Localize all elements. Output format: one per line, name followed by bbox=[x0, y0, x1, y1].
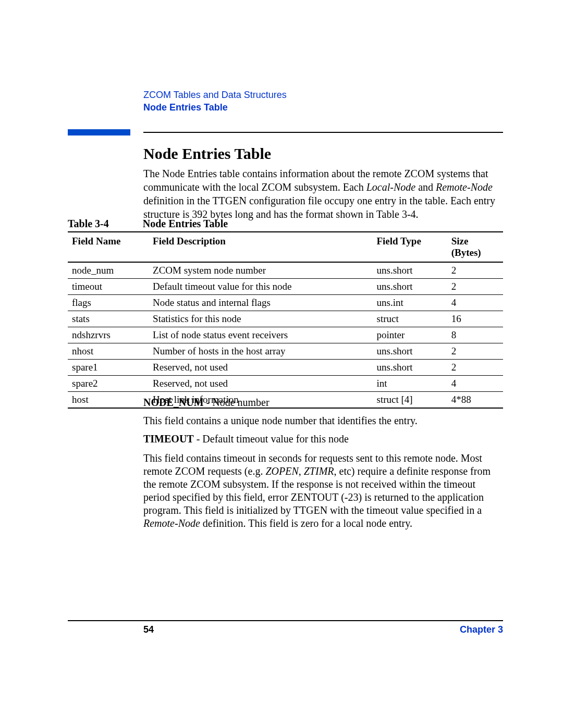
node-entries-table: Field Name Field Description Field Type … bbox=[68, 231, 503, 409]
cell-name: ndshzrvrs bbox=[68, 327, 149, 343]
cell-name: stats bbox=[68, 311, 149, 327]
table-header-row: Field Name Field Description Field Type … bbox=[68, 232, 503, 262]
cell-size: 8 bbox=[447, 327, 503, 343]
cell-desc: Number of hosts in the host array bbox=[149, 343, 372, 360]
cell-size: 2 bbox=[447, 360, 503, 376]
field-def-label: NODE_NUM bbox=[143, 397, 204, 408]
cell-type: uns.short bbox=[372, 262, 447, 279]
col-field-desc: Field Description bbox=[149, 232, 372, 262]
cell-size: 2 bbox=[447, 279, 503, 295]
chapter-link[interactable]: Chapter 3 bbox=[460, 624, 503, 635]
cell-desc: ZCOM system node number bbox=[149, 262, 372, 279]
page-footer: 54 Chapter 3 bbox=[68, 624, 503, 640]
cell-desc: Reserved, not used bbox=[149, 376, 372, 392]
col-field-type: Field Type bbox=[372, 232, 447, 262]
cell-desc: Statistics for this node bbox=[149, 311, 372, 327]
field-def-label: TIMEOUT bbox=[143, 433, 194, 445]
cell-type: uns.short bbox=[372, 360, 447, 376]
cell-name: timeout bbox=[68, 279, 149, 295]
intro-italic-remote-node: Remote-Node bbox=[436, 181, 493, 193]
cell-type: uns.short bbox=[372, 343, 447, 360]
cell-size: 16 bbox=[447, 311, 503, 327]
cell-size: 4 bbox=[447, 376, 503, 392]
field-def-node-num-head: NODE_NUM - Node number bbox=[143, 396, 503, 409]
cell-size: 2 bbox=[447, 262, 503, 279]
table-row: nhost Number of hosts in the host array … bbox=[68, 343, 503, 360]
section-crumb: Node Entries Table bbox=[143, 101, 503, 114]
field-def-node-num-body: This field contains a unique node number… bbox=[143, 414, 503, 427]
italic-remote-node: Remote-Node bbox=[143, 517, 200, 529]
cell-desc: List of node status event receivers bbox=[149, 327, 372, 343]
page-number: 54 bbox=[143, 624, 154, 635]
italic-zopen: ZOPEN bbox=[265, 465, 298, 477]
cell-name: nhost bbox=[68, 343, 149, 360]
cell-type: uns.int bbox=[372, 295, 447, 311]
breadcrumb: ZCOM Tables and Data Structures bbox=[143, 89, 503, 101]
table-row: node_num ZCOM system node number uns.sho… bbox=[68, 262, 503, 279]
intro-italic-local-node: Local-Node bbox=[366, 181, 415, 193]
table-caption: Node Entries Table bbox=[143, 218, 228, 230]
cell-size: 2 bbox=[447, 343, 503, 360]
content-area: Node Entries Table The Node Entries tabl… bbox=[143, 138, 503, 227]
cell-desc: Node status and internal flags bbox=[149, 295, 372, 311]
cell-type: int bbox=[372, 376, 447, 392]
table-row: ndshzrvrs List of node status event rece… bbox=[68, 327, 503, 343]
field-def-dash: - Default timeout value for this node bbox=[194, 433, 349, 445]
field-def-timeout-head: TIMEOUT - Default timeout value for this… bbox=[143, 433, 503, 446]
table-row: spare2 Reserved, not used int 4 bbox=[68, 376, 503, 392]
rule-top bbox=[143, 132, 503, 133]
field-def-timeout-body: This field contains timeout in seconds f… bbox=[143, 452, 503, 530]
table-row: flags Node status and internal flags uns… bbox=[68, 295, 503, 311]
page-header: ZCOM Tables and Data Structures Node Ent… bbox=[143, 89, 503, 114]
table-number: Table 3-4 bbox=[68, 218, 109, 230]
italic-ztimr: ZTIMR bbox=[304, 465, 334, 477]
cell-type: struct bbox=[372, 311, 447, 327]
table-row: timeout Default timeout value for this n… bbox=[68, 279, 503, 295]
col-field-size: Size (Bytes) bbox=[447, 232, 503, 262]
rule-bottom bbox=[68, 620, 503, 621]
text: definition. This field is zero for a loc… bbox=[200, 517, 412, 529]
page-title: Node Entries Table bbox=[143, 145, 503, 163]
cell-type: pointer bbox=[372, 327, 447, 343]
cell-name: spare1 bbox=[68, 360, 149, 376]
table-header: Field Name Field Description Field Type … bbox=[68, 232, 503, 262]
col-field-name: Field Name bbox=[68, 232, 149, 262]
cell-name: node_num bbox=[68, 262, 149, 279]
cell-type: uns.short bbox=[372, 279, 447, 295]
document-page: ZCOM Tables and Data Structures Node Ent… bbox=[0, 0, 563, 728]
text: , bbox=[299, 465, 304, 477]
intro-paragraph: The Node Entries table contains informat… bbox=[143, 167, 503, 221]
table-body: node_num ZCOM system node number uns.sho… bbox=[68, 262, 503, 408]
cell-name: host bbox=[68, 392, 149, 409]
table-row: spare1 Reserved, not used uns.short 2 bbox=[68, 360, 503, 376]
cell-size: 4 bbox=[447, 295, 503, 311]
table-row: stats Statistics for this node struct 16 bbox=[68, 311, 503, 327]
cell-desc: Default timeout value for this node bbox=[149, 279, 372, 295]
cell-name: spare2 bbox=[68, 376, 149, 392]
intro-text: and bbox=[415, 181, 436, 193]
field-def-dash: - Node number bbox=[204, 397, 270, 408]
table-caption-row: Table 3-4 Node Entries Table bbox=[68, 218, 503, 230]
accent-bar bbox=[68, 129, 130, 135]
cell-desc: Reserved, not used bbox=[149, 360, 372, 376]
intro-text: definition in the TTGEN configuration fi… bbox=[143, 195, 495, 220]
cell-name: flags bbox=[68, 295, 149, 311]
